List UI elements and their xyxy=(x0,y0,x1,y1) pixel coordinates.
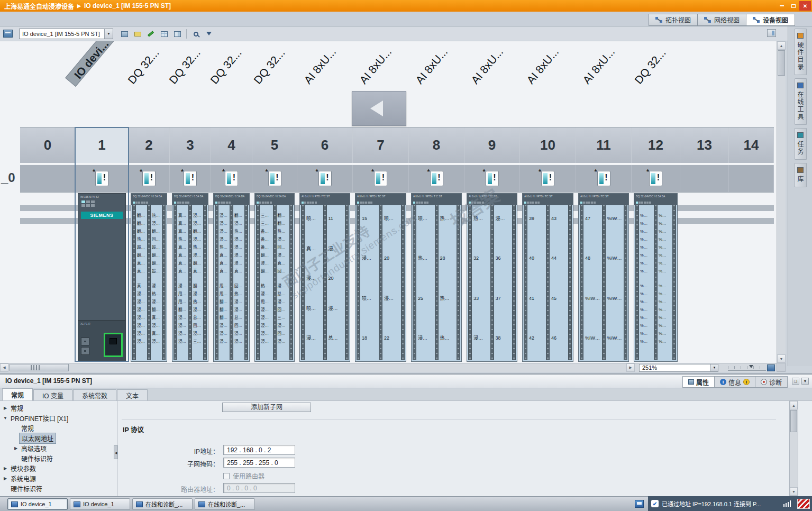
module-top-label-8[interactable]: AI 8xU... xyxy=(413,45,451,87)
module-top-label-10[interactable]: AI 8xU... xyxy=(524,45,562,87)
io-module-slot-4[interactable]: DQ 32x24VDC / 0.5A BA 浸…浸…浸…浸…热…真…真…真…甩…… xyxy=(213,193,250,362)
splitter-grip[interactable] xyxy=(31,365,40,370)
tab-texts[interactable]: 文本 xyxy=(117,389,148,400)
inspector-scrollbar[interactable]: ▲ ▼ xyxy=(789,400,798,496)
channel-label: 18 xyxy=(360,335,379,341)
tab-device-view[interactable]: 设备视图 xyxy=(746,14,795,26)
tree-item-8[interactable]: 硬件标识符 xyxy=(0,483,117,494)
tree-item-5[interactable]: 硬件标识符 xyxy=(0,453,117,463)
zoom-icon[interactable] xyxy=(190,29,202,39)
device-canvas[interactable]: IO devi...DQ 32...DQ 32...DQ 32...DQ 32.… xyxy=(0,41,777,363)
channel-label: %… xyxy=(639,298,654,306)
taskbar-button-0[interactable]: IO device_1 xyxy=(7,498,68,510)
io-module-slot-3[interactable]: DQ 32x24VDC / 0.5A BA 真…真…真…热…真…真…真…真…浸…… xyxy=(172,193,208,362)
close-button[interactable]: ✕ xyxy=(799,1,811,11)
canvas-horizontal-scrollbar[interactable]: ◀ ▶ 251% ▼ xyxy=(0,363,777,372)
module-top-label-6[interactable]: AI 8xU... xyxy=(301,45,339,87)
zoom-slider[interactable] xyxy=(728,365,766,371)
tree-item-2[interactable]: 常规 xyxy=(0,423,117,433)
tree-item-6[interactable]: ▶ 模块参数 xyxy=(0,463,117,473)
io-module-slot-12[interactable]: DQ 32x24VDC / 0.5A BA %…%…%…%…%…%…%…%…%…… xyxy=(634,193,678,362)
tree-item-7[interactable]: ▶ 系统电源 xyxy=(0,473,117,483)
module-top-label-12[interactable]: DQ 32... xyxy=(632,46,669,87)
io-module-slot-10[interactable]: AI 8xU / I / RTD / TC ST 39404142 434445… xyxy=(522,193,573,362)
io-module-slot-8[interactable]: AI 8xU / I / RTD / T C ST 喷…热…25浸… 热…28热… xyxy=(411,193,462,362)
tab-info[interactable]: i 信息 i xyxy=(715,376,755,388)
device-select-dropdown[interactable]: IO device_1 [IM 155-5 PN ST] ▼ xyxy=(19,29,113,39)
scroll-left-icon[interactable]: ◀ xyxy=(0,363,8,372)
tree-arrow-icon[interactable]: ▶ xyxy=(2,466,8,471)
channel-label: 三… xyxy=(277,314,290,322)
add-subnet-button[interactable]: 添加新子网 xyxy=(222,403,311,412)
show-labels-icon[interactable] xyxy=(132,29,143,39)
task-card-1[interactable]: 在线工具 xyxy=(794,78,807,125)
tree-item-3[interactable]: 以太网地址 xyxy=(0,433,117,443)
taskbar-button-3[interactable]: 在线和诊断_... xyxy=(195,498,255,510)
tab-general[interactable]: 常规 xyxy=(2,388,33,400)
io-module-slot-7[interactable]: AI 8xU / I / RTD / TC ST 15浸…喷…18 喷…20浸…… xyxy=(355,193,406,362)
tree-item-4[interactable]: ▶ 高级选项 xyxy=(0,443,117,453)
vscroll-thumb[interactable] xyxy=(778,50,785,76)
breadcrumb-device[interactable]: IO device_1 [IM 155-5 PN ST] xyxy=(84,2,171,10)
im-module-slot-1[interactable]: IM 155-5 PN ST SIEMENS X1 P1 R xyxy=(78,193,126,362)
online-status-tray-icon[interactable] xyxy=(635,500,644,508)
task-card-0[interactable]: 硬件目录 xyxy=(794,29,807,75)
task-card-2[interactable]: 任务 xyxy=(794,128,807,160)
use-router-checkbox[interactable] xyxy=(223,473,230,479)
dropdown-arrow-icon[interactable]: ▼ xyxy=(104,29,113,39)
tree-arrow-icon[interactable]: ▶ xyxy=(2,476,8,481)
module-top-label-5[interactable]: DQ 32... xyxy=(251,46,288,87)
scroll-right-icon[interactable]: ▶ xyxy=(626,363,635,372)
collapse-inspector-icon[interactable]: ▼ xyxy=(801,378,809,385)
tree-arrow-icon[interactable]: ▶ xyxy=(2,406,8,410)
task-card-3[interactable]: 库 xyxy=(794,163,807,187)
status-bar: ✔ 已通过地址 IP=192.168.0.1 连接到 P... xyxy=(648,496,812,511)
taskbar-button-1[interactable]: IO device_1 xyxy=(70,498,130,510)
collapse-panel-icon[interactable] xyxy=(767,29,776,37)
io-module-slot-9[interactable]: AI 8xU / I / RTD / TC ST 热…3233浸… 浸…3637… xyxy=(467,193,517,362)
tree-item-0[interactable]: ▶ 常规 xyxy=(0,403,117,413)
module-top-label-3[interactable]: DQ 32... xyxy=(166,46,203,87)
canvas-vertical-scrollbar[interactable]: ▲ ▼ xyxy=(777,41,786,363)
tree-item-1[interactable]: ▼ PROFINET接口 [X1] xyxy=(0,413,117,423)
tab-io-variables[interactable]: IO 变量 xyxy=(33,389,72,400)
zoom-combobox[interactable]: 251% ▼ xyxy=(639,364,718,372)
fit-view-icon[interactable] xyxy=(767,364,775,371)
tab-system-constants[interactable]: 系统常数 xyxy=(73,389,116,400)
module-top-label-7[interactable]: AI 8xU... xyxy=(357,45,395,87)
tab-diagnostics[interactable]: 诊断 xyxy=(755,376,788,388)
tree-arrow-icon[interactable]: ▶ xyxy=(13,446,19,451)
table-view-icon[interactable] xyxy=(158,29,170,39)
channel-label: 热… xyxy=(233,290,244,298)
split-view-icon[interactable] xyxy=(171,29,183,39)
tree-arrow-icon[interactable]: ▼ xyxy=(2,416,8,421)
accessible-devices-icon[interactable] xyxy=(118,29,130,39)
subnet-mask-field[interactable]: 255 . 255 . 255 . 0 xyxy=(223,458,295,468)
float-panel-icon[interactable]: ❏ xyxy=(792,378,799,385)
channel-label: 喷… xyxy=(382,216,401,222)
module-top-label-11[interactable]: AI 8xU... xyxy=(580,45,618,87)
io-module-slot-5[interactable]: DQ 32x24VDC / 0.5A BA 三…三…备…备…备…翻…浸…翻…热…… xyxy=(254,193,295,362)
io-module-slot-11[interactable]: AI 8xU / I / RTD / TC ST 4748%IW…%IW… %I… xyxy=(578,193,629,362)
module-top-label-1[interactable]: IO devi... xyxy=(65,41,115,87)
breadcrumb-project[interactable]: 上海易通全自动浸渗设备 xyxy=(4,2,74,11)
module-top-label-9[interactable]: AI 8xU... xyxy=(468,45,506,87)
minimize-button[interactable] xyxy=(776,1,788,11)
highlight-io-icon[interactable] xyxy=(145,29,157,39)
tab-properties[interactable]: 属性 xyxy=(682,376,715,388)
zoom-dropdown-arrow-icon[interactable]: ▼ xyxy=(710,364,718,371)
inspector-scroll-up-icon[interactable]: ▲ xyxy=(790,401,798,409)
save-layout-icon[interactable] xyxy=(203,29,215,39)
module-top-label-4[interactable]: DQ 32... xyxy=(207,46,244,87)
tab-topology-view[interactable]: 拓扑视图 xyxy=(649,14,698,26)
tab-network-view[interactable]: 网络视图 xyxy=(698,14,746,26)
io-module-slot-2[interactable]: DQ 32x24VDC / 0.5A BA 翻…翻…翻…热…超…翻…真…真…真…… xyxy=(131,193,167,362)
ip-address-field[interactable]: 192 . 168 . 0 . 2 xyxy=(223,445,295,455)
taskbar-button-2[interactable]: 在线和诊断_... xyxy=(132,498,193,510)
io-module-slot-6[interactable]: AI 8xU / I / RTD / TC ST 喷…真…浸…喷…浸… 11浸…… xyxy=(299,193,350,362)
scroll-up-icon[interactable]: ▲ xyxy=(777,41,786,50)
scroll-down-icon[interactable]: ▼ xyxy=(777,354,786,363)
inspector-scroll-down-icon[interactable]: ▼ xyxy=(790,487,798,496)
maximize-button[interactable] xyxy=(788,1,799,11)
module-top-label-2[interactable]: DQ 32... xyxy=(125,46,162,87)
